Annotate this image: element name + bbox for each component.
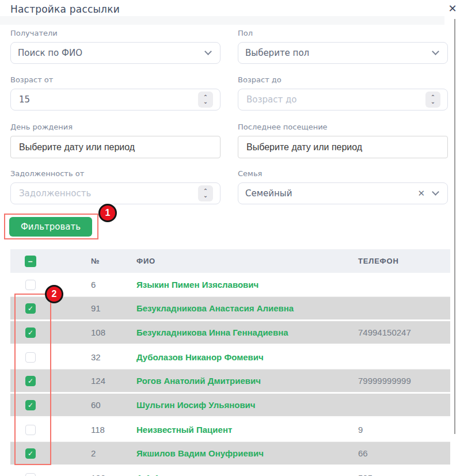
chevron-down-icon xyxy=(432,48,439,55)
row-num: 126 xyxy=(91,473,126,476)
recipients-value: Поиск по ФИО xyxy=(18,48,82,58)
table-row[interactable]: 126 А А А 505 xyxy=(10,466,450,476)
page-title: Настройка рассылки xyxy=(10,3,120,15)
table-row[interactable]: ✓ 124 Рогов Анатолий Дмитриевич 79999999… xyxy=(10,370,450,394)
stepper-down-icon[interactable]: ⌄ xyxy=(203,100,208,104)
last-visit-box xyxy=(238,136,448,158)
row-num: 32 xyxy=(91,352,126,362)
row-name[interactable]: А А А xyxy=(136,473,358,476)
column-header-phone: ТЕЛЕФОН xyxy=(358,257,399,265)
number-stepper[interactable]: ⌃ ⌄ xyxy=(198,185,213,201)
row-phone: 79999999999 xyxy=(358,376,411,386)
debt-from-field-group: Задолженность от ⌃ ⌄ xyxy=(10,169,221,204)
birthday-input[interactable] xyxy=(18,142,213,153)
age-to-field-group: Возраст до ⌃ ⌄ xyxy=(238,75,448,111)
table-row[interactable]: 32 Дуболазов Никанор Фомевич xyxy=(10,345,450,370)
row-name[interactable]: Безукладникова Анастасия Алиевна xyxy=(136,303,358,313)
row-name[interactable]: Якшилов Вадим Онуфриевич xyxy=(136,448,358,458)
row-num: 91 xyxy=(91,303,126,313)
row-phone: 66 xyxy=(358,448,368,458)
row-phone: 9 xyxy=(358,425,363,435)
recipients-select[interactable]: Поиск по ФИО xyxy=(10,42,221,64)
birthday-field-group: День рождения xyxy=(10,123,221,158)
table-header-row: – № ФИО ТЕЛЕФОН xyxy=(10,249,450,273)
annotation-step-1: 1 xyxy=(98,204,117,222)
recipients-table: – № ФИО ТЕЛЕФОН 6 Языкин Пимен Изяславов… xyxy=(10,249,450,476)
gender-placeholder: Выберите пол xyxy=(245,48,309,58)
age-from-label: Возраст от xyxy=(10,75,221,84)
age-from-field-group: Возраст от ⌃ ⌄ xyxy=(10,75,221,111)
birthday-box xyxy=(10,136,221,158)
table-row[interactable]: ✓ 60 Шульгин Иосиф Ульянович xyxy=(10,394,450,418)
row-num: 60 xyxy=(91,400,126,410)
scrollbar[interactable] xyxy=(454,19,455,434)
row-checkbox[interactable] xyxy=(25,280,36,290)
table-row[interactable]: ✓ 91 Безукладникова Анастасия Алиевна xyxy=(10,297,450,321)
row-phone: 505 xyxy=(358,473,372,476)
column-header-num: № xyxy=(91,257,126,265)
row-name[interactable]: Рогов Анатолий Дмитриевич xyxy=(136,376,358,386)
last-visit-input[interactable] xyxy=(245,142,440,153)
table-row[interactable]: ✓ 2 Якшилов Вадим Онуфриевич 66 xyxy=(10,442,450,466)
age-to-box: ⌃ ⌄ xyxy=(238,89,448,111)
header-divider xyxy=(0,16,444,25)
row-checkbox[interactable] xyxy=(25,352,36,363)
row-phone: 74994150247 xyxy=(358,328,411,337)
debt-from-label: Задолженность от xyxy=(10,169,221,178)
debt-from-box: ⌃ ⌄ xyxy=(10,182,221,204)
last-visit-field-group: Последнее посещение xyxy=(238,123,448,158)
select-all-checkbox[interactable]: – xyxy=(25,256,36,267)
chevron-down-icon xyxy=(432,188,439,196)
row-num: 108 xyxy=(91,328,126,337)
age-to-input[interactable] xyxy=(245,94,425,105)
row-name[interactable]: Дуболазов Никанор Фомевич xyxy=(136,352,358,362)
age-from-input[interactable] xyxy=(18,94,198,105)
number-stepper[interactable]: ⌃ ⌄ xyxy=(425,92,440,108)
table-row[interactable]: 118 Неизвестный Пациент 9 xyxy=(10,418,450,442)
row-checkbox[interactable]: ✓ xyxy=(25,303,36,314)
row-checkbox[interactable] xyxy=(25,473,36,476)
filter-button[interactable]: Фильтровать xyxy=(9,217,92,237)
gender-field-group: Пол Выберите пол xyxy=(238,29,448,64)
row-checkbox[interactable] xyxy=(25,425,36,435)
family-value: Семейный xyxy=(245,188,292,199)
age-from-box: ⌃ ⌄ xyxy=(10,89,221,111)
number-stepper[interactable]: ⌃ ⌄ xyxy=(198,92,213,108)
birthday-label: День рождения xyxy=(10,123,221,131)
stepper-down-icon[interactable]: ⌄ xyxy=(431,100,435,104)
table-row[interactable]: ✓ 108 Безукладникова Инна Геннадиевна 74… xyxy=(10,321,450,345)
row-name[interactable]: Шульгин Иосиф Ульянович xyxy=(136,400,358,410)
row-checkbox[interactable]: ✓ xyxy=(25,328,36,338)
gender-select[interactable]: Выберите пол xyxy=(238,42,448,64)
family-select[interactable]: Семейный ✕ xyxy=(238,182,448,204)
row-name[interactable]: Безукладникова Инна Геннадиевна xyxy=(136,328,358,337)
recipients-label: Получатели xyxy=(10,29,221,37)
stepper-down-icon[interactable]: ⌄ xyxy=(203,193,208,198)
row-num: 118 xyxy=(91,425,126,435)
chevron-down-icon xyxy=(204,48,212,55)
recipients-field-group: Получатели Поиск по ФИО xyxy=(10,29,221,64)
table-row[interactable]: 6 Языкин Пимен Изяславович xyxy=(10,273,450,297)
row-num: 124 xyxy=(91,376,126,386)
row-num: 2 xyxy=(91,448,126,458)
close-icon[interactable]: ✕ xyxy=(446,1,459,15)
age-to-label: Возраст до xyxy=(238,75,448,84)
row-checkbox[interactable]: ✓ xyxy=(25,376,36,386)
column-header-name: ФИО xyxy=(136,257,358,265)
row-name[interactable]: Неизвестный Пациент xyxy=(136,425,358,435)
debt-from-input[interactable] xyxy=(18,188,198,199)
family-field-group: Семья Семейный ✕ xyxy=(238,169,448,204)
row-name[interactable]: Языкин Пимен Изяславович xyxy=(136,280,358,290)
row-num: 6 xyxy=(91,280,126,290)
row-checkbox[interactable]: ✓ xyxy=(25,448,36,459)
row-checkbox[interactable]: ✓ xyxy=(25,400,36,410)
clear-icon[interactable]: ✕ xyxy=(417,188,425,199)
last-visit-label: Последнее посещение xyxy=(238,123,448,131)
family-label: Семья xyxy=(238,169,448,178)
gender-label: Пол xyxy=(238,29,448,37)
